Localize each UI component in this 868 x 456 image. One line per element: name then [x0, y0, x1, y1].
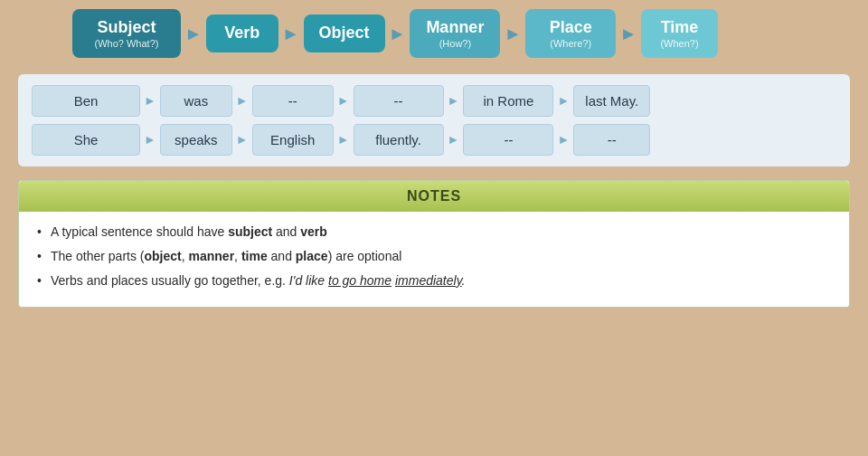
manner-label: Manner — [422, 18, 487, 38]
place-sub: (Where?) — [538, 38, 603, 49]
time-sub: (When?) — [654, 38, 705, 49]
notes-list: A typical sentence should have subject a… — [37, 223, 831, 290]
header-manner: Manner (How?) — [410, 9, 500, 58]
notes-header: NOTES — [19, 181, 849, 212]
arrow-5: ► — [619, 24, 637, 43]
header-time: Time (When?) — [641, 9, 718, 58]
small-arrow-8: ► — [337, 132, 350, 147]
arrow-1: ► — [184, 24, 203, 43]
small-arrow-1: ► — [144, 93, 156, 108]
row1-verb: was — [160, 85, 232, 117]
small-arrow-10: ► — [557, 132, 570, 147]
note-item-3: Verbs and places usually go together, e.… — [37, 271, 831, 290]
sentence-row-2: She ► speaks ► English ► fluently. ► -- … — [32, 124, 836, 156]
note-item-2: The other parts (object, manner, time an… — [37, 247, 831, 266]
small-arrow-6: ► — [144, 132, 156, 147]
row1-object: -- — [252, 85, 334, 117]
row1-manner: -- — [354, 85, 444, 117]
small-arrow-4: ► — [448, 93, 460, 108]
main-container: Subject (Who? What?) ► Verb ► Object ► M… — [0, 0, 868, 308]
row2-subject: She — [32, 124, 140, 156]
header-object: Object — [304, 14, 385, 52]
small-arrow-3: ► — [337, 93, 350, 108]
header-subject: Subject (Who? What?) — [72, 9, 181, 58]
sentence-row-1: Ben ► was ► -- ► -- ► in Rome ► last May… — [32, 85, 836, 117]
row1-time: last May. — [573, 85, 650, 117]
arrow-4: ► — [504, 24, 522, 43]
sentence-section: Ben ► was ► -- ► -- ► in Rome ► last May… — [18, 74, 850, 166]
object-label: Object — [316, 24, 373, 43]
small-arrow-2: ► — [236, 93, 249, 108]
notes-section: NOTES A typical sentence should have sub… — [18, 180, 850, 308]
row2-time: -- — [573, 124, 650, 156]
notes-body: A typical sentence should have subject a… — [19, 212, 849, 307]
subject-sub: (Who? What?) — [85, 38, 168, 49]
arrow-2: ► — [282, 24, 300, 43]
verb-label: Verb — [219, 24, 266, 43]
row2-verb: speaks — [160, 124, 232, 156]
row1-place: in Rome — [463, 85, 553, 117]
header-place: Place (Where?) — [525, 9, 616, 58]
small-arrow-9: ► — [448, 132, 460, 147]
header-row: Subject (Who? What?) ► Verb ► Object ► M… — [18, 9, 850, 58]
row1-subject: Ben — [32, 85, 140, 117]
manner-sub: (How?) — [422, 38, 487, 49]
small-arrow-5: ► — [557, 93, 570, 108]
header-verb: Verb — [206, 14, 278, 52]
arrow-3: ► — [389, 24, 407, 43]
row2-object: English — [252, 124, 334, 156]
place-label: Place — [538, 18, 603, 38]
subject-label: Subject — [85, 18, 168, 38]
note-item-1: A typical sentence should have subject a… — [37, 223, 831, 242]
small-arrow-7: ► — [236, 132, 249, 147]
row2-place: -- — [463, 124, 553, 156]
time-label: Time — [654, 18, 705, 38]
row2-manner: fluently. — [354, 124, 444, 156]
